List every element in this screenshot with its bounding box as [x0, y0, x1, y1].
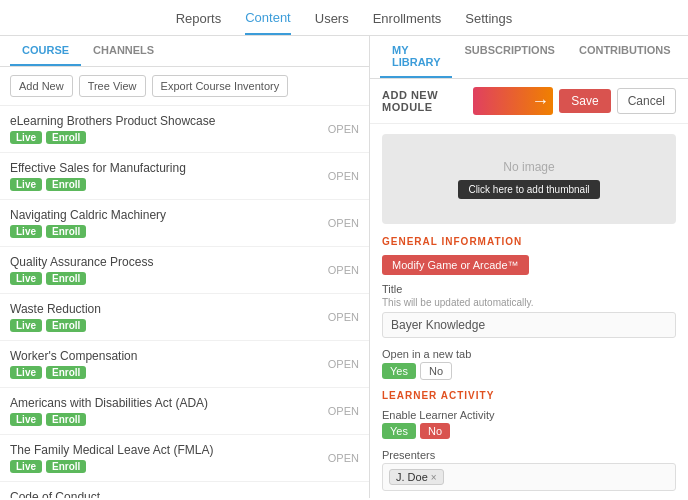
badge-enroll[interactable]: Enroll — [46, 366, 86, 379]
learner-activity-section-title: LEARNER ACTIVITY — [382, 390, 676, 401]
course-list: eLearning Brothers Product ShowcaseLiveE… — [0, 106, 369, 498]
new-tab-toggle: Yes No — [382, 362, 676, 380]
open-link[interactable]: OPEN — [328, 123, 359, 135]
modify-game-arcade-button[interactable]: Modify Game or Arcade™ — [382, 255, 529, 275]
list-item: Effective Sales for ManufacturingLiveEnr… — [0, 153, 369, 200]
badge-live[interactable]: Live — [10, 131, 42, 144]
list-item: eLearning Brothers Product ShowcaseLiveE… — [0, 106, 369, 153]
course-name: Effective Sales for Manufacturing — [10, 161, 186, 175]
new-tab-no-button[interactable]: No — [420, 362, 452, 380]
no-image-text: No image — [503, 160, 554, 174]
general-info-section-title: GENERAL INFORMATION — [382, 236, 676, 247]
add-new-button[interactable]: Add New — [10, 75, 73, 97]
enable-no-button[interactable]: No — [420, 423, 450, 439]
course-name: Worker's Compensation — [10, 349, 137, 363]
course-name: eLearning Brothers Product Showcase — [10, 114, 215, 128]
thumbnail-area: No image Click here to add thumbnail — [382, 134, 676, 224]
add-thumbnail-button[interactable]: Click here to add thumbnail — [458, 180, 599, 199]
open-link[interactable]: OPEN — [328, 170, 359, 182]
cancel-button[interactable]: Cancel — [617, 88, 676, 114]
left-tabs: COURSE CHANNELS — [0, 36, 369, 67]
arrow-right-icon: → — [531, 91, 549, 112]
badge-live[interactable]: Live — [10, 225, 42, 238]
presenters-label: Presenters — [382, 449, 676, 461]
course-name: Quality Assurance Process — [10, 255, 153, 269]
tab-subscriptions[interactable]: SUBSCRIPTIONS — [452, 36, 566, 78]
nav-settings[interactable]: Settings — [465, 11, 512, 34]
open-link[interactable]: OPEN — [328, 358, 359, 370]
list-item: Navigating Caldric MachineryLiveEnrollOP… — [0, 200, 369, 247]
nav-enrollments[interactable]: Enrollments — [373, 11, 442, 34]
left-toolbar: Add New Tree View Export Course Inventor… — [0, 67, 369, 106]
top-nav: Reports Content Users Enrollments Settin… — [0, 0, 688, 36]
badge-enroll[interactable]: Enroll — [46, 319, 86, 332]
enable-learner-toggle: Yes No — [382, 423, 676, 439]
presenter-tag-remove[interactable]: × — [431, 472, 437, 483]
export-inventory-button[interactable]: Export Course Inventory — [152, 75, 289, 97]
open-link[interactable]: OPEN — [328, 217, 359, 229]
title-label: Title — [382, 283, 676, 295]
presenter-tag: J. Doe × — [389, 469, 444, 485]
list-item: Worker's CompensationLiveEnrollOPEN — [0, 341, 369, 388]
badge-enroll[interactable]: Enroll — [46, 178, 86, 191]
title-sub: This will be updated automatically. — [382, 297, 676, 308]
modify-btn-label: Modify Game or Arcade™ — [392, 259, 519, 271]
right-header: ADD NEW MODULE → Save Cancel — [370, 79, 688, 124]
presenters-input[interactable]: J. Doe × — [382, 463, 676, 491]
save-button[interactable]: Save — [559, 89, 610, 113]
title-input[interactable] — [382, 312, 676, 338]
course-name: Navigating Caldric Machinery — [10, 208, 166, 222]
list-item: Americans with Disabilities Act (ADA)Liv… — [0, 388, 369, 435]
nav-reports[interactable]: Reports — [176, 11, 222, 34]
new-tab-yes-button[interactable]: Yes — [382, 363, 416, 379]
arrow-button[interactable]: → — [473, 87, 553, 115]
right-content: No image Click here to add thumbnail GEN… — [370, 124, 688, 498]
list-item: Quality Assurance ProcessLiveEnrollOPEN — [0, 247, 369, 294]
right-tabs: MY LIBRARY SUBSCRIPTIONS CONTRIBUTIONS — [370, 36, 688, 79]
enable-learner-label: Enable Learner Activity — [382, 409, 676, 421]
tree-view-button[interactable]: Tree View — [79, 75, 146, 97]
right-panel: MY LIBRARY SUBSCRIPTIONS CONTRIBUTIONS A… — [370, 36, 688, 498]
open-link[interactable]: OPEN — [328, 264, 359, 276]
badge-live[interactable]: Live — [10, 460, 42, 473]
badge-enroll[interactable]: Enroll — [46, 225, 86, 238]
main-layout: COURSE CHANNELS Add New Tree View Export… — [0, 36, 688, 498]
badge-enroll[interactable]: Enroll — [46, 413, 86, 426]
left-panel: COURSE CHANNELS Add New Tree View Export… — [0, 36, 370, 498]
badge-live[interactable]: Live — [10, 272, 42, 285]
list-item: Code of ConductLiveEnrollOPEN — [0, 482, 369, 498]
add-module-label: ADD NEW MODULE — [382, 89, 473, 113]
open-link[interactable]: OPEN — [328, 452, 359, 464]
badge-live[interactable]: Live — [10, 319, 42, 332]
tab-channels[interactable]: CHANNELS — [81, 36, 166, 66]
new-tab-label: Open in a new tab — [382, 348, 676, 360]
badge-enroll[interactable]: Enroll — [46, 131, 86, 144]
badge-live[interactable]: Live — [10, 366, 42, 379]
badge-enroll[interactable]: Enroll — [46, 272, 86, 285]
tab-my-library[interactable]: MY LIBRARY — [380, 36, 452, 78]
badge-live[interactable]: Live — [10, 178, 42, 191]
list-item: The Family Medical Leave Act (FMLA)LiveE… — [0, 435, 369, 482]
right-header-actions: → Save Cancel — [473, 87, 676, 115]
list-item: Waste ReductionLiveEnrollOPEN — [0, 294, 369, 341]
course-name: Code of Conduct — [10, 490, 100, 498]
badge-enroll[interactable]: Enroll — [46, 460, 86, 473]
nav-users[interactable]: Users — [315, 11, 349, 34]
tab-contributions[interactable]: CONTRIBUTIONS — [567, 36, 683, 78]
course-name: Waste Reduction — [10, 302, 101, 316]
nav-content[interactable]: Content — [245, 10, 291, 35]
enable-yes-button[interactable]: Yes — [382, 423, 416, 439]
open-link[interactable]: OPEN — [328, 311, 359, 323]
course-name: The Family Medical Leave Act (FMLA) — [10, 443, 213, 457]
badge-live[interactable]: Live — [10, 413, 42, 426]
presenter-tag-value: J. Doe — [396, 471, 428, 483]
course-name: Americans with Disabilities Act (ADA) — [10, 396, 208, 410]
tab-course[interactable]: COURSE — [10, 36, 81, 66]
open-link[interactable]: OPEN — [328, 405, 359, 417]
